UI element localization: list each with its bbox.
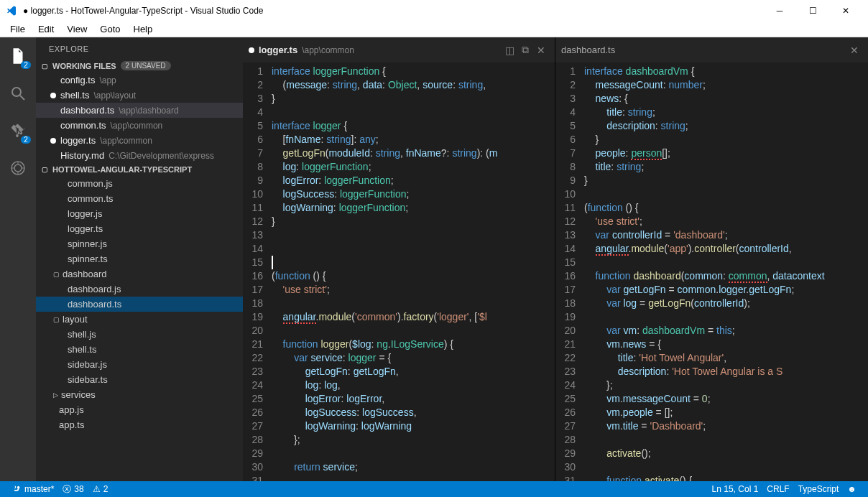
code-line[interactable]: 15 (243, 256, 555, 269)
code-line[interactable]: 19 angular.module('common').factory('log… (243, 310, 555, 324)
search-icon[interactable] (8, 83, 28, 103)
tree-file[interactable]: logger.ts (36, 221, 243, 236)
menu-view[interactable]: View (61, 22, 93, 36)
code-line[interactable]: 27 logWarning: logWarning (243, 419, 555, 433)
status-feedback-icon[interactable]: ☻ (843, 484, 861, 494)
tree-file[interactable]: spinner.js (36, 236, 243, 251)
project-header[interactable]: ▢ HOTTOWEL-ANGULAR-TYPESCRIPT (36, 163, 243, 176)
working-file-item[interactable]: logger.ts \app\common (36, 133, 243, 148)
code-line[interactable]: 23 getLogFn: getLogFn, (243, 365, 555, 378)
code-line[interactable]: 24 }; (555, 378, 868, 392)
tree-file[interactable]: shell.ts (36, 342, 243, 357)
code-line[interactable]: 2 messageCount: number; (555, 78, 868, 92)
code-line[interactable]: 14 angular.module('app').controller(cont… (555, 242, 868, 256)
working-files-header[interactable]: ▢ WORKING FILES 2 UNSAVED (36, 59, 243, 73)
status-warnings[interactable]: ⚠ 2 (88, 484, 113, 494)
code-line[interactable]: 25 logError: logError, (243, 392, 555, 406)
tree-folder[interactable]: ▷services (36, 387, 243, 402)
code-line[interactable]: 30 return service; (243, 460, 555, 474)
code-line[interactable]: 11(function () { (555, 201, 868, 215)
code-editor-left[interactable]: 1interface loggerFunction {2 (message: s… (243, 62, 555, 481)
code-line[interactable]: 21 vm.news = { (555, 338, 868, 351)
code-line[interactable]: 16(function () { (243, 269, 555, 283)
explorer-icon[interactable]: 2 (8, 46, 28, 66)
tree-folder[interactable]: ▢layout (36, 312, 243, 327)
code-line[interactable]: 24 log: log, (243, 378, 555, 392)
code-line[interactable]: 1interface dashboardVm { (555, 65, 868, 78)
split-editor-icon[interactable]: ◫ (502, 45, 517, 56)
tree-file[interactable]: spinner.ts (36, 251, 243, 266)
code-line[interactable]: 1interface loggerFunction { (243, 65, 555, 78)
status-position[interactable]: Ln 15, Col 1 (708, 484, 763, 494)
code-line[interactable]: 22 var service: logger = { (243, 351, 555, 365)
code-line[interactable]: 7 getLogFn(moduleId: string, fnName?: st… (243, 147, 555, 160)
code-line[interactable]: 2 (message: string, data: Object, source… (243, 78, 555, 92)
tree-file[interactable]: shell.js (36, 327, 243, 342)
code-line[interactable]: 21 function logger($log: ng.ILogService)… (243, 338, 555, 351)
maximize-button[interactable]: ☐ (796, 0, 829, 22)
code-line[interactable]: 6 } (555, 133, 868, 147)
code-line[interactable]: 12 'use strict'; (555, 215, 868, 228)
code-line[interactable]: 30 (555, 460, 868, 474)
code-line[interactable]: 22 title: 'Hot Towel Angular', (555, 351, 868, 365)
tab-name[interactable]: logger.ts (259, 45, 297, 55)
code-line[interactable]: 31 (243, 474, 555, 481)
status-eol[interactable]: CRLF (762, 484, 793, 494)
code-line[interactable]: 28 (555, 433, 868, 447)
code-line[interactable]: 5 description: string; (555, 119, 868, 133)
tree-file[interactable]: common.ts (36, 191, 243, 206)
code-line[interactable]: 27 vm.title = 'Dashboard'; (555, 419, 868, 433)
tree-file[interactable]: dashboard.ts (36, 297, 243, 312)
tree-file[interactable]: dashboard.js (36, 282, 243, 297)
code-line[interactable]: 10 logSuccess: loggerFunction; (243, 187, 555, 201)
code-line[interactable]: 9 logError: loggerFunction; (243, 174, 555, 187)
code-line[interactable]: 4 (243, 106, 555, 119)
code-line[interactable]: 3 news: { (555, 92, 868, 106)
code-line[interactable]: 9} (555, 174, 868, 187)
status-branch[interactable]: master* (7, 484, 58, 494)
menu-goto[interactable]: Goto (94, 22, 126, 36)
code-line[interactable]: 13 var controllerId = 'dashboard'; (555, 228, 868, 242)
code-line[interactable]: 11 logWarning: loggerFunction; (243, 201, 555, 215)
code-line[interactable]: 15 (555, 256, 868, 269)
tree-file[interactable]: sidebar.ts (36, 372, 243, 387)
code-line[interactable]: 29 activate(); (555, 447, 868, 460)
working-file-item[interactable]: config.ts \app (36, 73, 243, 88)
tree-file[interactable]: app.js (36, 402, 243, 417)
code-line[interactable]: 17 var getLogFn = common.logger.getLogFn… (555, 283, 868, 297)
code-line[interactable]: 18 var log = getLogFn(controllerId); (555, 297, 868, 310)
code-line[interactable]: 20 (243, 324, 555, 338)
code-line[interactable]: 6 [fnName: string]: any; (243, 133, 555, 147)
code-line[interactable]: 3} (243, 92, 555, 106)
menu-help[interactable]: Help (128, 22, 159, 36)
working-file-item[interactable]: dashboard.ts \app\dashboard (36, 103, 243, 118)
minimize-button[interactable]: ─ (763, 0, 796, 22)
code-line[interactable]: 18 (243, 297, 555, 310)
code-line[interactable]: 20 var vm: dashboardVm = this; (555, 324, 868, 338)
code-line[interactable]: 8 log: loggerFunction; (243, 160, 555, 174)
menu-file[interactable]: File (4, 22, 31, 36)
code-line[interactable]: 8 title: string; (555, 160, 868, 174)
close-button[interactable]: ✕ (829, 0, 862, 22)
code-line[interactable]: 29 (243, 447, 555, 460)
code-line[interactable]: 7 people: person[]; (555, 147, 868, 160)
code-line[interactable]: 28 }; (243, 433, 555, 447)
code-line[interactable]: 26 logSuccess: logSuccess, (243, 406, 555, 419)
menu-edit[interactable]: Edit (32, 22, 60, 36)
editor-actions-icon[interactable]: ⧉ (517, 44, 533, 56)
code-line[interactable]: 16 function dashboard(common: common, da… (555, 269, 868, 283)
tree-file[interactable]: app.ts (36, 417, 243, 432)
status-lang[interactable]: TypeScript (794, 484, 844, 494)
tab-name[interactable]: dashboard.ts (561, 45, 615, 55)
code-line[interactable]: 14 (243, 242, 555, 256)
working-file-item[interactable]: common.ts \app\common (36, 118, 243, 133)
code-line[interactable]: 25 vm.messageCount = 0; (555, 392, 868, 406)
working-file-item[interactable]: History.md C:\GitDevelopment\express (36, 148, 243, 163)
code-line[interactable]: 5interface logger { (243, 119, 555, 133)
close-tab-icon[interactable]: ✕ (846, 45, 862, 56)
tree-file[interactable]: sidebar.js (36, 357, 243, 372)
working-file-item[interactable]: shell.ts \app\layout (36, 88, 243, 103)
tree-file[interactable]: common.js (36, 176, 243, 191)
code-editor-right[interactable]: 1interface dashboardVm {2 messageCount: … (555, 62, 868, 481)
code-line[interactable]: 4 title: string; (555, 106, 868, 119)
